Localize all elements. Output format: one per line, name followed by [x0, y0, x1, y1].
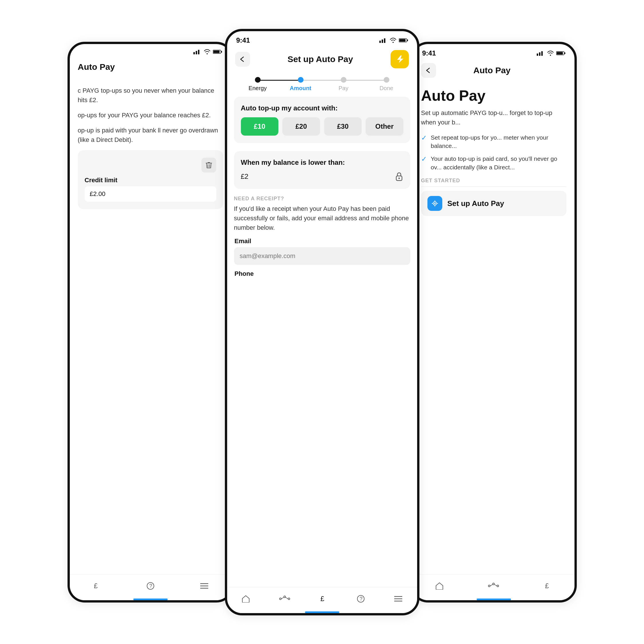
right-nav-home[interactable] — [430, 580, 449, 592]
center-nav-network[interactable] — [274, 593, 295, 604]
center-nav-menu[interactable] — [389, 593, 407, 604]
right-big-title: Auto Pay — [421, 87, 566, 104]
center-nav-pound[interactable]: £ — [314, 593, 332, 605]
check-text-1: Set repeat top-ups for yo... meter when … — [431, 133, 566, 150]
right-content: Auto Pay Set up automatic PAYG top-u... … — [413, 81, 574, 600]
svg-rect-1 — [196, 51, 197, 54]
delete-icon[interactable] — [201, 158, 216, 173]
step-done-label: Done — [380, 85, 393, 92]
amount-btn-20[interactable]: £20 — [282, 117, 320, 136]
svg-rect-19 — [407, 39, 408, 41]
email-input[interactable] — [234, 247, 410, 265]
email-label: Email — [234, 237, 410, 245]
step-energy-label: Energy — [249, 85, 267, 92]
wifi-icon — [204, 49, 211, 54]
svg-line-25 — [281, 597, 284, 599]
step-pay-dot — [341, 77, 346, 83]
setup-btn-icon — [427, 196, 442, 211]
center-action-btn[interactable] — [391, 50, 409, 68]
right-nav-pound[interactable]: £ — [539, 580, 557, 592]
step-done-dot — [384, 77, 389, 83]
left-text-2: op-ups for your PAYG your balance reache… — [78, 110, 223, 120]
right-nav-network[interactable] — [483, 580, 504, 591]
svg-rect-2 — [198, 50, 199, 54]
credit-limit-label: Credit limit — [85, 177, 216, 184]
check-item-2: ✓ Your auto top-up is paid card, so you'… — [421, 154, 566, 171]
svg-rect-33 — [537, 53, 538, 56]
right-nav-bar: Auto Pay — [413, 60, 574, 81]
check-icon-1: ✓ — [421, 134, 427, 142]
svg-rect-5 — [221, 51, 222, 53]
step-pay-line — [344, 80, 387, 81]
center-nav-question[interactable]: ? — [352, 593, 370, 605]
center-nav-home[interactable] — [237, 593, 255, 605]
setup-autopay-button[interactable]: Set up Auto Pay — [421, 191, 566, 216]
step-amount-line — [301, 80, 344, 81]
svg-line-44 — [494, 584, 497, 586]
center-signal-icon — [379, 38, 387, 43]
svg-text:£: £ — [94, 582, 98, 590]
right-bottom-indicator — [477, 599, 511, 600]
right-back-button[interactable] — [421, 63, 436, 78]
receipt-section: NEED A RECEIPT? If you'd like a receipt … — [227, 193, 417, 280]
center-stepper: Energy Amount Pay Done — [227, 72, 417, 93]
left-nav-bar: Auto Pay — [70, 57, 231, 77]
left-status-icons — [193, 49, 222, 54]
svg-rect-0 — [193, 52, 195, 54]
svg-rect-34 — [539, 52, 540, 56]
svg-point-40 — [488, 585, 490, 587]
left-bottom-indicator — [133, 599, 168, 600]
phone-label: Phone — [234, 270, 410, 278]
center-status-icons — [379, 38, 408, 43]
balance-row: £2 — [241, 172, 403, 181]
center-phone: 9:41 — [225, 29, 419, 615]
svg-point-39 — [434, 203, 435, 204]
receipt-label: NEED A RECEIPT? — [234, 196, 410, 202]
right-phone: 9:41 — [411, 42, 577, 603]
right-time: 9:41 — [422, 49, 436, 57]
balance-card-title: When my balance is lower than: — [241, 158, 403, 167]
left-bottom-nav: £ ? — [70, 574, 231, 600]
lightning-icon — [395, 55, 404, 64]
amount-btn-10[interactable]: £10 — [241, 117, 279, 136]
svg-rect-35 — [541, 51, 543, 56]
right-wifi-icon — [547, 51, 554, 56]
amount-options: £10 £20 £30 Other — [241, 117, 403, 136]
step-energy-dot — [255, 77, 261, 83]
svg-rect-14 — [379, 41, 381, 43]
svg-point-23 — [288, 598, 290, 600]
center-back-button[interactable] — [235, 52, 250, 67]
amount-btn-other[interactable]: Other — [366, 117, 403, 136]
right-desc: Set up automatic PAYG top-u... forget to… — [421, 108, 566, 127]
credit-limit-value: £2.00 — [85, 186, 216, 202]
topup-card: Auto top-up my account with: £10 £20 £30… — [234, 97, 410, 143]
svg-point-42 — [493, 583, 494, 585]
balance-value: £2 — [241, 173, 249, 181]
svg-line-26 — [286, 597, 288, 599]
svg-rect-16 — [384, 38, 385, 43]
signal-icon — [193, 49, 201, 54]
check-item-1: ✓ Set repeat top-ups for yo... meter whe… — [421, 133, 566, 150]
step-amount: Amount — [279, 77, 322, 92]
left-nav-question[interactable]: ? — [141, 580, 160, 592]
right-nav-title: Auto Pay — [473, 66, 510, 75]
center-time: 9:41 — [236, 36, 250, 44]
amount-btn-30[interactable]: £30 — [324, 117, 362, 136]
check-text-2: Your auto top-up is paid card, so you'll… — [431, 154, 566, 171]
step-done: Done — [365, 77, 408, 92]
svg-rect-4 — [213, 50, 219, 53]
center-wifi-icon — [390, 38, 397, 43]
left-nav-menu[interactable] — [195, 580, 213, 591]
svg-text:£: £ — [320, 595, 324, 603]
left-nav-pound[interactable]: £ — [88, 580, 106, 592]
lock-icon — [395, 172, 403, 181]
svg-rect-15 — [382, 39, 383, 43]
center-battery-icon — [399, 38, 408, 43]
left-text-1: c PAYG top-ups so you never when your ba… — [78, 86, 223, 105]
right-status-icons — [537, 51, 565, 56]
center-nav-title: Set up Auto Pay — [288, 54, 353, 64]
svg-line-43 — [490, 584, 493, 586]
balance-card: When my balance is lower than: £2 — [234, 151, 410, 189]
left-phone: Auto Pay c PAYG top-ups so you never whe… — [68, 42, 233, 603]
svg-rect-37 — [556, 52, 563, 54]
